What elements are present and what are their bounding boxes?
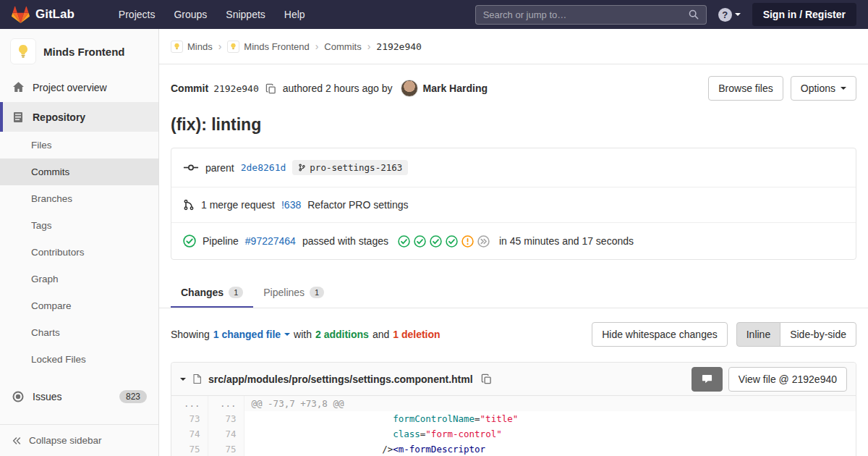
breadcrumb-label: 2192e940 <box>376 41 422 52</box>
sidebar-item-repository[interactable]: Repository <box>0 102 158 132</box>
sidebar-subitem-locked-files[interactable]: Locked Files <box>0 346 158 373</box>
new-line-number[interactable]: 73 <box>208 411 244 426</box>
breadcrumb-minds-frontend[interactable]: Minds Frontend <box>227 41 309 53</box>
parent-commit-row: parent 2de8261d pro-settings-2163 <box>171 148 856 187</box>
project-name: Minds Frontend <box>43 46 125 58</box>
sidebar-subitem-tags[interactable]: Tags <box>0 212 158 239</box>
diff-line-75: 75 75 /><m-formDescriptor <box>171 442 856 456</box>
pipeline-duration-text: in 45 minutes and 17 seconds <box>499 235 634 247</box>
sidebar-subitem-charts[interactable]: Charts <box>0 319 158 346</box>
menu-help[interactable]: Help <box>275 0 315 29</box>
stage-success-icon[interactable] <box>398 235 410 248</box>
sidebar-item-project-overview[interactable]: Project overview <box>0 72 158 102</box>
collapse-diff-icon[interactable] <box>180 378 186 381</box>
and-label: and <box>373 329 389 340</box>
branch-badge[interactable]: pro-settings-2163 <box>292 160 408 175</box>
breadcrumb-commit-sha: 2192e940 <box>376 41 422 52</box>
code-equals: = <box>475 413 480 424</box>
menu-projects[interactable]: Projects <box>109 0 165 29</box>
parent-sha-link[interactable]: 2de8261d <box>241 162 286 173</box>
stage-success-icon[interactable] <box>414 235 426 248</box>
new-line-number: ... <box>208 396 244 411</box>
tanuki-icon <box>12 6 30 24</box>
menu-groups[interactable]: Groups <box>164 0 216 29</box>
branch-name: pro-settings-2163 <box>310 162 402 173</box>
help-dropdown[interactable]: ? <box>718 8 741 22</box>
breadcrumb-separator: › <box>367 41 371 52</box>
code-attr-value: "title" <box>480 413 519 424</box>
breadcrumb-commits[interactable]: Commits <box>324 41 361 52</box>
mr-title: Refactor PRO settings <box>307 199 408 211</box>
pipeline-id-link[interactable]: #97227464 <box>245 235 296 247</box>
toggle-comments-button[interactable] <box>692 367 723 392</box>
additions-count: 2 additions <box>315 329 369 340</box>
main-content: Minds › Minds Frontend › Commits › 2192e… <box>159 29 868 456</box>
sidebar: Minds Frontend Project overview Reposito… <box>0 29 159 456</box>
old-line-number[interactable]: 75 <box>171 442 208 456</box>
new-line-number[interactable]: 74 <box>208 426 244 442</box>
project-context[interactable]: Minds Frontend <box>0 29 158 72</box>
stage-skipped-icon[interactable] <box>477 235 490 248</box>
sign-in-register-button[interactable]: Sign in / Register <box>752 3 856 26</box>
sidebar-subitem-compare[interactable]: Compare <box>0 292 158 319</box>
sidebar-subitem-commits[interactable]: Commits <box>0 159 158 185</box>
chevron-down-icon <box>284 333 290 336</box>
new-line-number[interactable]: 75 <box>208 442 244 456</box>
view-file-button[interactable]: View file @ 2192e940 <box>728 367 847 392</box>
pipeline-row: Pipeline #97227464 passed with stages <box>171 223 856 259</box>
breadcrumb-label: Minds Frontend <box>244 41 309 52</box>
inline-view-button[interactable]: Inline <box>736 322 780 347</box>
search-input[interactable] <box>483 9 689 20</box>
copy-sha-button[interactable] <box>264 82 278 96</box>
sidebar-item-issues[interactable]: Issues 823 <box>0 381 158 411</box>
commit-info-box: parent 2de8261d pro-settings-2163 1 merg… <box>171 148 856 260</box>
home-icon <box>12 81 25 93</box>
tab-label: Pipelines <box>263 287 305 298</box>
sidebar-subitem-graph[interactable]: Graph <box>0 266 158 292</box>
with-label: with <box>294 329 312 340</box>
sidebar-subitem-contributors[interactable]: Contributors <box>0 239 158 266</box>
code-line: class="form-control" <box>244 426 856 442</box>
stage-success-icon[interactable] <box>446 235 458 248</box>
menu-snippets[interactable]: Snippets <box>216 0 274 29</box>
copy-file-path-button[interactable] <box>480 372 493 386</box>
old-line-number[interactable]: 73 <box>171 411 208 426</box>
options-dropdown-button[interactable]: Options <box>791 76 856 101</box>
hide-whitespace-button[interactable]: Hide whitespace changes <box>592 322 728 347</box>
commit-label: Commit <box>171 83 208 94</box>
minds-frontend-avatar <box>227 41 239 53</box>
deletions-count: 1 deletion <box>393 329 440 340</box>
sidebar-spacer <box>0 411 158 424</box>
mr-ref-link[interactable]: !638 <box>281 199 301 211</box>
stage-success-icon[interactable] <box>430 235 442 248</box>
merge-request-row: 1 merge request !638 Refactor PRO settin… <box>171 187 856 223</box>
changed-files-dropdown[interactable]: 1 changed file <box>213 329 290 340</box>
stage-warning-icon[interactable] <box>461 235 474 248</box>
search-box[interactable] <box>475 5 707 25</box>
side-by-side-view-button[interactable]: Side-by-side <box>780 322 856 347</box>
diff-file-panel: src/app/modules/pro/settings/settings.co… <box>171 362 856 456</box>
gitlab-logo[interactable]: GitLab <box>12 6 75 24</box>
commit-icon <box>183 162 199 173</box>
browse-files-button[interactable]: Browse files <box>708 76 783 101</box>
parent-label: parent <box>205 162 234 174</box>
author-name[interactable]: Mark Harding <box>423 83 488 94</box>
breadcrumb-minds[interactable]: Minds <box>171 41 213 53</box>
pipeline-status-success-icon[interactable] <box>183 235 196 248</box>
commit-header: Commit 2192e940 authored 2 hours ago by … <box>159 64 868 101</box>
sidebar-subitem-files[interactable]: Files <box>0 132 158 159</box>
breadcrumb-label: Commits <box>324 41 361 52</box>
sidebar-subitem-branches[interactable]: Branches <box>0 185 158 212</box>
old-line-number[interactable]: 74 <box>171 426 208 442</box>
breadcrumb-separator: › <box>218 41 222 52</box>
diff-line-73: 73 73 formControlName="title" <box>171 411 856 426</box>
diff-file-header: src/app/modules/pro/settings/settings.co… <box>171 363 856 396</box>
author-avatar[interactable] <box>401 80 418 97</box>
tab-changes[interactable]: Changes 1 <box>171 277 253 308</box>
collapse-sidebar-button[interactable]: Collapse sidebar <box>0 424 158 456</box>
diff-table: ... ... @@ -73,7 +73,8 @@ 73 73 formCont… <box>171 396 856 456</box>
diff-file-path[interactable]: src/app/modules/pro/settings/settings.co… <box>208 373 473 385</box>
tab-pipelines[interactable]: Pipelines 1 <box>253 277 334 308</box>
commit-title: (fix): linting <box>159 115 868 135</box>
hunk-header-text: @@ -73,7 +73,8 @@ <box>244 396 856 411</box>
